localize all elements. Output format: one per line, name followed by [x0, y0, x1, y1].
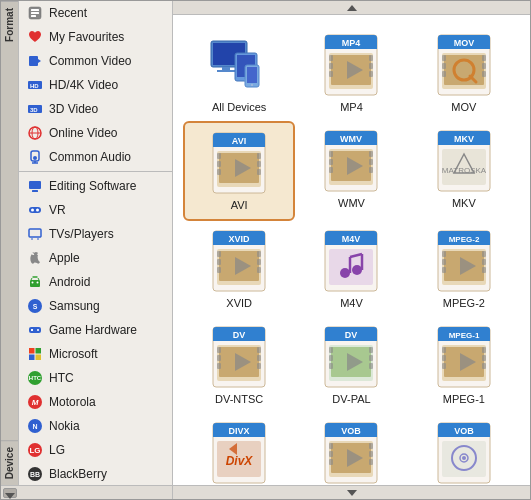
sidebar-scroll-bar[interactable] [1, 485, 172, 499]
svg-rect-74 [482, 63, 486, 69]
format-all-devices[interactable]: All Devices [183, 25, 295, 121]
sidebar-item-android[interactable]: Android [19, 270, 172, 294]
format-mov[interactable]: MOV MOV [408, 25, 520, 121]
svg-marker-214 [347, 490, 357, 496]
sidebar-item-editing-software[interactable]: Editing Software [19, 174, 172, 198]
svg-rect-122 [257, 267, 261, 273]
svg-text:VOB: VOB [342, 426, 362, 436]
sidebar-item-hd4k[interactable]: HD HD/4K Video [19, 73, 172, 97]
sidebar-item-label: Android [49, 275, 90, 289]
svg-rect-143 [482, 251, 486, 257]
format-avi[interactable]: AVI AVI [183, 121, 295, 221]
game-hardware-icon [27, 322, 43, 338]
format-item-label: M4V [340, 297, 363, 309]
svg-rect-89 [257, 169, 261, 175]
sidebar-item-apple[interactable]: Apple [19, 246, 172, 270]
scroll-down-button[interactable] [3, 488, 17, 498]
samsung-icon: S [27, 298, 43, 314]
svg-rect-102 [369, 167, 373, 173]
sidebar-item-label: Motorola [49, 395, 96, 409]
format-vob1[interactable]: VOB VOB [295, 413, 407, 485]
format-dv-ntsc[interactable]: DV DV-NTSC [183, 317, 295, 413]
format-vob2[interactable]: VOB VOB [408, 413, 520, 485]
sidebar-item-microsoft[interactable]: Microsoft [19, 342, 172, 366]
svg-rect-84 [217, 153, 221, 159]
sidebar-item-label: BlackBerry [49, 467, 107, 481]
svg-rect-118 [217, 259, 221, 265]
svg-text:DivX: DivX [226, 454, 254, 468]
sidebar-item-recent[interactable]: Recent [19, 1, 172, 25]
svg-rect-86 [217, 169, 221, 175]
dv-ntsc-icon: DV [207, 325, 271, 389]
format-xvid[interactable]: XVID XVID [183, 221, 295, 317]
svg-text:M4V: M4V [342, 234, 361, 244]
svg-text:MKV: MKV [454, 134, 474, 144]
dv-pal-icon: DV [319, 325, 383, 389]
format-item-label: XVID [226, 297, 252, 309]
sidebar-item-vr[interactable]: VR [19, 198, 172, 222]
format-mpeg1[interactable]: MPEG-1 MPEG-1 [408, 317, 520, 413]
svg-rect-3 [31, 15, 36, 17]
svg-point-21 [36, 209, 39, 212]
svg-rect-153 [217, 347, 221, 353]
sidebar-item-blackberry[interactable]: BB BlackBerry [19, 462, 172, 485]
sidebar-item-common-video[interactable]: Common Video [19, 49, 172, 73]
sidebar-item-motorola[interactable]: M Motorola [19, 390, 172, 414]
format-mp4[interactable]: MP4 MP4 [295, 25, 407, 121]
svg-rect-87 [257, 153, 261, 159]
scroll-up-button[interactable] [173, 1, 530, 15]
sidebar-item-tvs-players[interactable]: TVs/Players [19, 222, 172, 246]
svg-text:3D: 3D [30, 107, 38, 113]
sidebar-item-online-video[interactable]: Online Video [19, 121, 172, 145]
svg-point-20 [31, 209, 34, 212]
svg-rect-183 [482, 355, 486, 361]
sidebar-item-favourites[interactable]: My Favourites [19, 25, 172, 49]
svg-text:HD: HD [30, 83, 39, 89]
svg-rect-31 [29, 327, 41, 333]
format-item-label: AVI [231, 199, 248, 211]
format-m4v[interactable]: M4V M4V [295, 221, 407, 317]
format-item-label: DV-PAL [332, 393, 370, 405]
sidebar-divider [19, 171, 172, 172]
svg-line-29 [38, 278, 39, 280]
sidebar-item-common-audio[interactable]: Common Audio [19, 145, 172, 169]
svg-rect-182 [482, 347, 486, 353]
sidebar-item-samsung[interactable]: S Samsung [19, 294, 172, 318]
svg-rect-204 [369, 459, 373, 465]
svg-rect-85 [217, 161, 221, 167]
svg-point-34 [37, 329, 39, 331]
m4v-icon: M4V [319, 229, 383, 293]
format-mpeg2[interactable]: MPEG-2 MPEG-2 [408, 221, 520, 317]
scroll-down-button-content[interactable] [173, 485, 530, 499]
svg-rect-145 [482, 267, 486, 273]
format-wmv[interactable]: WMV WMV [295, 121, 407, 221]
sidebar-item-game-hardware[interactable]: Game Hardware [19, 318, 172, 342]
svg-rect-58 [329, 63, 333, 69]
format-mkv[interactable]: MKV MATROSKA MKV [408, 121, 520, 221]
svg-rect-203 [369, 451, 373, 457]
format-tab[interactable]: Format [1, 1, 18, 48]
svg-rect-154 [217, 355, 221, 361]
svg-rect-72 [442, 71, 446, 77]
svg-point-129 [340, 268, 350, 278]
device-tab[interactable]: Device [1, 440, 18, 485]
svg-rect-44 [217, 70, 235, 72]
sidebar-item-3d-video[interactable]: 3D 3D Video [19, 97, 172, 121]
sidebar-item-htc[interactable]: HTC HTC [19, 366, 172, 390]
svg-rect-75 [482, 71, 486, 77]
svg-point-50 [251, 84, 253, 86]
svg-marker-39 [5, 493, 15, 499]
svg-rect-99 [329, 167, 333, 173]
recent-icon [27, 5, 43, 21]
sidebar-item-nokia[interactable]: N Nokia [19, 414, 172, 438]
svg-rect-166 [329, 347, 333, 353]
svg-rect-70 [442, 55, 446, 61]
format-divx[interactable]: DIVX DivX DIVX [183, 413, 295, 485]
sidebar-item-lg[interactable]: LG LG [19, 438, 172, 462]
format-dv-pal[interactable]: DV DV-PAL [295, 317, 407, 413]
svg-rect-120 [257, 251, 261, 257]
sidebar-item-label: HD/4K Video [49, 78, 118, 92]
vob2-icon: VOB [432, 421, 496, 485]
format-item-label: MKV [452, 197, 476, 209]
blackberry-icon: BB [27, 466, 43, 482]
